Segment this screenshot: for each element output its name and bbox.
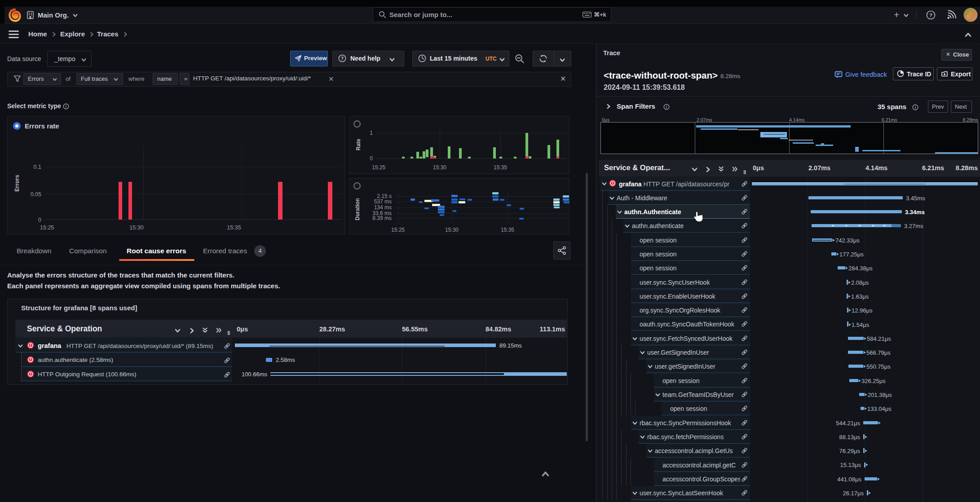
svg-text:15:35: 15:35 [501,227,514,233]
svg-text:0.05: 0.05 [31,191,41,198]
svg-text:8.39 ms: 8.39 ms [372,215,392,221]
svg-text:15:25: 15:25 [372,164,385,171]
svg-text:537 ms: 537 ms [374,198,392,205]
svg-text:15:25: 15:25 [391,227,405,233]
svg-text:0: 0 [38,217,41,223]
svg-text:?: ? [929,13,932,18]
svg-text:?: ? [341,56,344,61]
svg-text:1: 1 [370,130,373,136]
svg-text:15:35: 15:35 [227,225,241,231]
svg-text:15:25: 15:25 [40,225,54,231]
svg-text:0.1: 0.1 [34,164,41,170]
svg-text:134 ms: 134 ms [374,204,392,211]
svg-text:Rate: Rate [355,139,362,150]
svg-text:15:30: 15:30 [433,164,446,171]
svg-text:Errors: Errors [14,175,20,192]
svg-text:15:30: 15:30 [445,227,459,233]
svg-text:0: 0 [370,155,373,162]
svg-text:15:30: 15:30 [129,225,143,231]
svg-text:15:35: 15:35 [494,164,507,171]
svg-text:Duration: Duration [354,198,361,220]
